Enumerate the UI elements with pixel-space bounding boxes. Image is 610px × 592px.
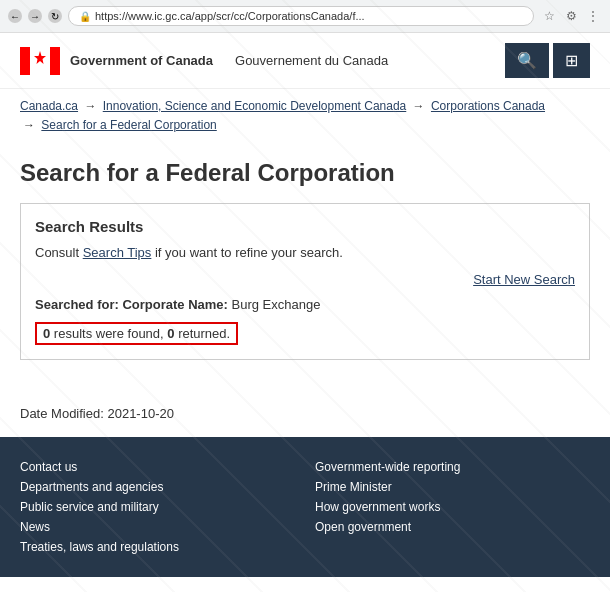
consult-prefix: Consult [35,245,79,260]
date-modified: Date Modified: 2021-10-20 [0,390,610,437]
footer-link-gov-reporting[interactable]: Government-wide reporting [315,457,590,477]
footer-link-treaties[interactable]: Treaties, laws and regulations [20,537,295,557]
footer-link-news[interactable]: News [20,517,295,537]
breadcrumb-innovation[interactable]: Innovation, Science and Economic Develop… [103,99,407,113]
refresh-button[interactable]: ↻ [48,9,62,23]
gov-name-en: Government of Canada [70,53,213,68]
header-buttons: 🔍 ⊞ [505,43,590,78]
date-modified-label: Date Modified: [20,406,104,421]
footer-link-departments[interactable]: Departments and agencies [20,477,295,497]
search-value: Burg Exchange [232,297,321,312]
search-info: Searched for: Corporate Name: Burg Excha… [35,297,575,312]
canada-flag [20,47,60,75]
footer-link-how-gov-works[interactable]: How government works [315,497,590,517]
menu-button[interactable]: ⋮ [584,7,602,25]
footer: Contact us Departments and agencies Publ… [0,437,610,577]
date-modified-value: 2021-10-20 [107,406,174,421]
footer-col2: Government-wide reporting Prime Minister… [315,457,590,557]
results-heading: Search Results [35,218,575,235]
zero-returned: 0 [167,326,174,341]
arrow-icon-3: → [23,118,38,132]
page-title: Search for a Federal Corporation [20,159,590,187]
start-new-search-link[interactable]: Start New Search [473,272,575,287]
browser-chrome: ← → ↻ 🔒 https://www.ic.gc.ca/app/scr/cc/… [0,0,610,33]
footer-link-prime-minister[interactable]: Prime Minister [315,477,590,497]
breadcrumb: Canada.ca → Innovation, Science and Econ… [0,89,610,143]
address-bar[interactable]: 🔒 https://www.ic.gc.ca/app/scr/cc/Corpor… [68,6,534,26]
footer-link-contact[interactable]: Contact us [20,457,295,477]
consult-text: Consult Search Tips if you want to refin… [35,245,575,260]
gov-name-fr: Gouvernement du Canada [223,53,388,68]
bookmark-button[interactable]: ☆ [540,7,558,25]
footer-links: Contact us Departments and agencies Publ… [20,457,590,557]
browser-actions: ☆ ⚙ ⋮ [540,7,602,25]
arrow-icon-1: → [84,99,99,113]
results-count-box: 0 results were found, 0 returned. [35,322,238,345]
searched-for-label: Searched for: [35,297,119,312]
logo-area: Government of Canada Gouvernement du Can… [20,47,388,75]
svg-rect-2 [50,47,60,75]
search-type: Corporate Name: [122,297,227,312]
menu-toggle-button[interactable]: ⊞ [553,43,590,78]
forward-button[interactable]: → [28,9,42,23]
zero-found: 0 [43,326,50,341]
results-count-text: 0 results were found, 0 returned. [43,326,230,341]
consult-suffix: if you want to refine your search. [155,245,343,260]
search-button[interactable]: 🔍 [505,43,549,78]
breadcrumb-canada-ca[interactable]: Canada.ca [20,99,78,113]
footer-link-open-gov[interactable]: Open government [315,517,590,537]
footer-col1: Contact us Departments and agencies Publ… [20,457,295,557]
footer-link-public-service[interactable]: Public service and military [20,497,295,517]
site-header: Government of Canada Gouvernement du Can… [0,33,610,89]
extensions-button[interactable]: ⚙ [562,7,580,25]
svg-rect-0 [20,47,30,75]
search-tips-link[interactable]: Search Tips [83,245,152,260]
start-new-search: Start New Search [35,272,575,287]
arrow-icon-2: → [413,99,428,113]
results-box: Search Results Consult Search Tips if yo… [20,203,590,360]
back-button[interactable]: ← [8,9,22,23]
breadcrumb-corporations[interactable]: Corporations Canada [431,99,545,113]
lock-icon: 🔒 [79,11,91,22]
main-content: Search for a Federal Corporation Search … [0,143,610,390]
breadcrumb-search[interactable]: Search for a Federal Corporation [41,118,216,132]
url-text: https://www.ic.gc.ca/app/scr/cc/Corporat… [95,10,365,22]
